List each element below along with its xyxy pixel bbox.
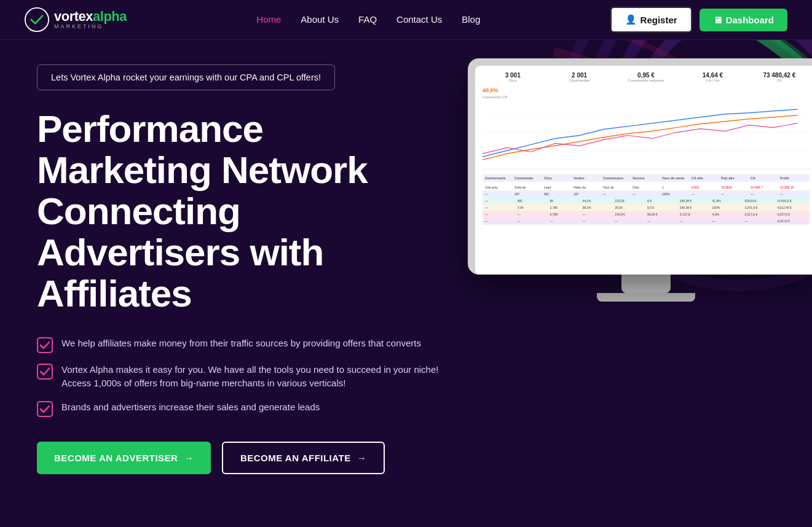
logo-subtitle: MARKETING [54,24,127,29]
table-row: —297891197——100%———— [483,191,810,198]
dash-stat-clicks: 3 001 Clics [483,72,543,82]
feature-item-3: Brands and advertisers increase their sa… [37,400,443,417]
nav-link-faq[interactable]: FAQ [358,14,377,25]
nav-item-faq[interactable]: FAQ [358,14,377,25]
ca-label: CA [749,79,810,82]
hero-features: We help affiliates make money from their… [37,337,443,417]
monitor-frame: 3 001 Clics 2 001 Commandes 0,95 € Commi… [468,58,812,275]
nav-link-blog[interactable]: Blog [462,14,480,25]
svg-rect-7 [37,402,52,416]
nav-actions: 👤 Register 🖥 Dashboard [610,7,787,33]
ca-value: 73 480,42 € [749,72,810,79]
register-icon: 👤 [625,14,637,25]
ca-uni-label: CA / Uni [682,79,743,82]
logo-vortex: vortex [54,9,93,24]
table-row: —3 942,79538,1%29,009,0 €248,38 €100%3,2… [483,205,810,211]
dash-table-header: Gestionnaire Commande Clics Ventes Commi… [483,174,810,182]
hero-monitor: 3 001 Clics 2 001 Commandes 0,95 € Commi… [468,58,812,302]
nav-link-contact[interactable]: Contact Us [396,14,442,25]
check-icon-1 [37,337,53,353]
monitor-stand [621,275,671,293]
hero-badge: Lets Vortex Alpha rocket your earnings w… [37,64,335,90]
nav-item-contact[interactable]: Contact Us [396,14,442,25]
dashboard-label: Dashboard [726,15,774,25]
ca-uni-value: 14,64 € [682,72,743,79]
nav-link-about[interactable]: About Us [301,14,339,25]
nav-item-about[interactable]: About Us [301,14,339,25]
logo[interactable]: vortexalpha MARKETING [25,7,127,32]
orders-label: Commandes [549,79,609,82]
hero-section: .swirl-ring { fill: none; stroke-width: … [0,40,812,527]
dash-chart [483,102,810,170]
nav-link-home[interactable]: Home [256,14,281,25]
table-row: Gds uniqSuite deLeadHides daTaux deClick… [483,184,810,191]
orders-value: 2 001 [549,72,609,79]
svg-rect-5 [37,338,52,353]
affiliate-label: BECOME AN AFFILIATE [240,453,351,463]
conversion-rate: 40,6%Conversion CR [483,87,810,100]
nav-links: Home About Us FAQ Contact Us Blog [256,14,480,25]
check-icon-2 [37,364,53,380]
feature-item-2: Vortex Alpha makes it easy for you. We h… [37,363,443,391]
logo-alpha: alpha [93,9,127,24]
clicks-value: 3 001 [483,72,543,79]
hero-title: Performance Marketing Network Connecting… [37,109,443,314]
commission-value: 0,95 € [616,72,676,79]
monitor-base [597,293,695,302]
dashboard-icon: 🖥 [713,15,722,25]
dash-stat-orders: 2 001 Commandes [549,72,609,82]
nav-item-home[interactable]: Home [256,14,281,25]
register-label: Register [641,15,677,25]
commission-label: Commission moyenne [616,79,676,82]
affiliate-arrow: → [357,453,367,463]
check-icon-3 [37,401,53,417]
dashboard-button[interactable]: 🖥 Dashboard [700,9,787,31]
advertiser-button[interactable]: BECOME AN ADVERTISER → [37,442,211,474]
feature-text-2: Vortex Alpha makes it easy for you. We h… [61,363,443,391]
navbar: vortexalpha MARKETING Home About Us FAQ … [0,0,812,40]
table-row: ——3,793—140,8 €96,00 €3 217,64,0%3,217,6… [483,211,810,218]
table-row: —4819544,1%213,008,4246,38 €41,8%520,53 … [483,198,810,205]
svg-point-0 [25,8,49,31]
advertiser-label: BECOME AN ADVERTISER [54,453,178,463]
feature-text-3: Brands and advertisers increase their sa… [61,400,320,415]
chart-svg [483,102,810,169]
dash-stat-commission: 0,95 € Commission moyenne [616,72,676,82]
monitor-screen: 3 001 Clics 2 001 Commandes 0,95 € Commi… [475,66,812,275]
dash-stat-ca-uni: 14,64 € CA / Uni [682,72,743,82]
nav-item-blog[interactable]: Blog [462,14,480,25]
advertiser-arrow: → [184,453,194,463]
feature-text-1: We help affiliates make money from their… [61,337,421,351]
affiliate-button[interactable]: BECOME AN AFFILIATE → [222,442,385,474]
hero-content: Lets Vortex Alpha rocket your earnings w… [37,64,443,474]
dashboard-preview: 3 001 Clics 2 001 Commandes 0,95 € Commi… [475,66,812,275]
feature-item-1: We help affiliates make money from their… [37,337,443,353]
dash-stats-row: 3 001 Clics 2 001 Commandes 0,95 € Commi… [483,72,810,82]
table-row: —————————4,157,6 € [483,218,810,225]
register-button[interactable]: 👤 Register [610,7,692,33]
logo-icon [25,7,49,32]
svg-rect-6 [37,364,52,379]
clicks-label: Clics [483,79,543,82]
dash-stat-ca: 73 480,42 € CA [749,72,810,82]
hero-buttons: BECOME AN ADVERTISER → BECOME AN AFFILIA… [37,442,443,474]
